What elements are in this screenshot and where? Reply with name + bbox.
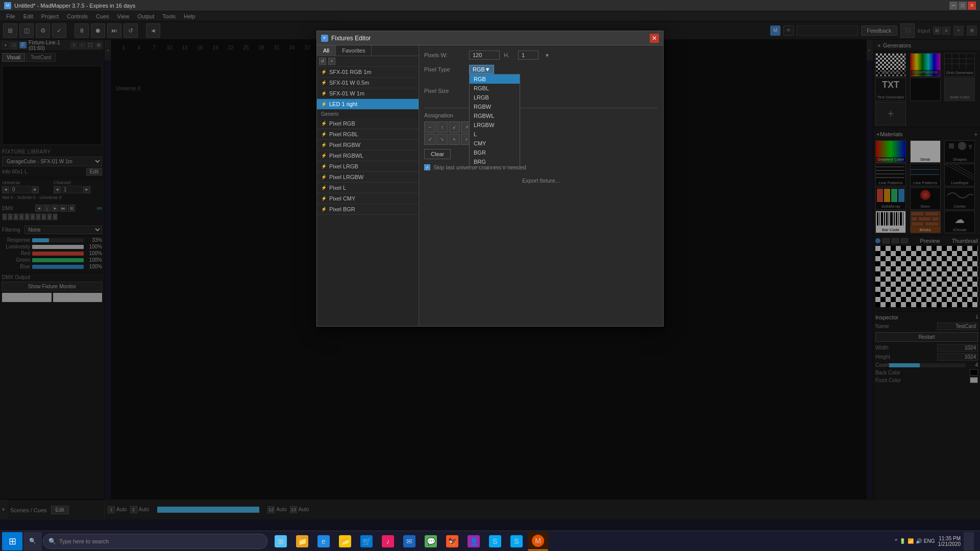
taskbar-app-user1[interactable]: 👤 — [463, 532, 484, 550]
pixel-option-cmy[interactable]: CMY — [470, 139, 520, 148]
pixel-option-bgr[interactable]: BGR — [470, 148, 520, 157]
systray-speaker: 🔊 — [916, 538, 922, 544]
window-title: Untitled* - MadMapper 3.7.5 - Expires in… — [14, 3, 949, 9]
assign-btn-3[interactable]: ↙ — [449, 121, 460, 133]
pixel-size-row: Pixel Size — [424, 79, 658, 103]
title-bar: M Untitled* - MadMapper 3.7.5 - Expires … — [0, 0, 980, 11]
pixel-type-label: Pixel Type — [424, 66, 465, 72]
systray-lang: ENG — [924, 538, 935, 544]
mail-icon: ✉ — [403, 535, 415, 547]
fixture-item-sfx01w05m[interactable]: ⚡ SFX-01 W 0.5m — [317, 78, 419, 88]
app-icon: M — [4, 2, 11, 9]
edge-icon: e — [317, 535, 330, 547]
date-display: 1/21/2020 — [938, 541, 961, 547]
assign-btn-6[interactable]: ⤡ — [436, 134, 448, 145]
taskbar-app-mail[interactable]: ✉ — [399, 532, 420, 550]
systray-arrow[interactable]: ^ — [895, 538, 897, 544]
maximize-button[interactable]: □ — [959, 2, 967, 10]
bird-icon: 🦅 — [446, 535, 458, 547]
assign-btn-7[interactable]: ↖ — [449, 134, 460, 145]
pixel-type-dropdown-button[interactable]: RGB ▼ — [469, 65, 494, 74]
systray-wifi: 📶 — [908, 538, 914, 544]
pixel-option-lrgb[interactable]: LRGB — [470, 93, 520, 102]
taskbar-search-icon-btn[interactable]: 🔍 — [23, 532, 42, 550]
taskbar-app-view[interactable]: ⊞ — [271, 532, 291, 550]
fixture-item-pixelcmy[interactable]: ⚡ Pixel CMY — [317, 193, 419, 204]
title-controls: ─ □ ✕ — [949, 2, 976, 10]
fixture-item-pixelrgbl[interactable]: ⚡ Pixel RGBL — [317, 129, 419, 140]
taskbar-app-skype1[interactable]: S — [485, 532, 505, 550]
time-display: 11:35 PM — [938, 536, 961, 541]
fixture-item-pixellrgb[interactable]: ⚡ Pixel LRGB — [317, 161, 419, 172]
pixel-icon-6: ⚡ — [321, 174, 327, 180]
search-icon: 🔍 — [48, 538, 56, 545]
fixture-refresh-button[interactable]: ↺ — [319, 58, 326, 65]
pixel-option-rgbl[interactable]: RGBL — [470, 84, 520, 93]
taskbar-app-folder[interactable]: 📁 — [292, 532, 312, 550]
fixture-tabs: All Favorites — [317, 45, 419, 56]
taskbar-app-chat[interactable]: 💬 — [421, 532, 441, 550]
task-view-icon: ⊞ — [275, 535, 287, 547]
fixture-item-pixellrgbw[interactable]: ⚡ Pixel LRGBW — [317, 172, 419, 183]
pixel-option-rgb[interactable]: RGB — [470, 74, 520, 84]
user1-icon: 👤 — [468, 535, 480, 547]
export-fixture-link[interactable]: Export fixture... — [424, 178, 658, 184]
tab-favorites[interactable]: Favorites — [336, 45, 372, 56]
show-desktop-button[interactable] — [964, 532, 974, 550]
fixture-icon-1: ⚡ — [321, 69, 327, 74]
fixture-item-pixelrgb[interactable]: ⚡ Pixel RGB — [317, 118, 419, 129]
fixture-item-pixelrgbwl[interactable]: ⚡ Pixel RGBWL — [317, 151, 419, 161]
skip-checkbox-row: ✓ Skip last universe channels if needed — [424, 164, 658, 170]
pixel-type-row: Pixel Type RGB ▼ RGB RGBL LRGB RGBW — [424, 65, 658, 74]
fixture-item-sfx01rgb1m[interactable]: ⚡ SFX-01 RGB 1m — [317, 67, 419, 78]
modal-close-button[interactable]: ✕ — [650, 34, 659, 43]
h-input[interactable] — [518, 51, 538, 60]
pixel-option-l[interactable]: L — [470, 130, 520, 139]
explorer-icon: 📂 — [339, 535, 351, 547]
pixel-option-lrgbw[interactable]: LRGBW — [470, 120, 520, 130]
modal-overlay: F Fixtures Editor ✕ All Favorites ↺ + ⚡ … — [0, 0, 980, 531]
fixture-list-toolbar: ↺ + — [317, 56, 419, 67]
minimize-button[interactable]: ─ — [949, 2, 958, 10]
fixture-icon-3: ⚡ — [321, 91, 327, 96]
taskbar-app-madmapper[interactable]: M — [528, 532, 548, 550]
systray-battery: 🔋 — [899, 538, 905, 544]
assign-btn-5[interactable]: ⤢ — [424, 134, 435, 145]
pixels-wh-row: Pixels W: H. ▼ — [424, 51, 658, 60]
pixel-option-rgbwl[interactable]: RGBWL — [470, 111, 520, 120]
skip-checkbox[interactable]: ✓ — [424, 164, 430, 170]
assignation-label: Assignation — [424, 112, 658, 118]
taskbar-app-music[interactable]: ♪ — [378, 532, 398, 550]
start-button[interactable]: ⊞ — [2, 532, 22, 550]
taskbar-app-store[interactable]: 🛒 — [356, 532, 377, 550]
pixel-icon-3: ⚡ — [321, 142, 327, 147]
assign-btn-2[interactable]: ↕ — [436, 121, 448, 133]
clock[interactable]: 11:35 PM 1/21/2020 — [938, 536, 961, 547]
fixture-icon-4: ⚡ — [321, 102, 327, 107]
store-icon: 🛒 — [360, 535, 373, 547]
fixture-editor-right: Pixels W: H. ▼ Pixel Type RGB ▼ — [419, 45, 663, 326]
tab-all[interactable]: All — [317, 45, 336, 56]
taskbar-app-skype2[interactable]: S — [506, 532, 527, 550]
systray: ^ 🔋 📶 🔊 ENG — [895, 538, 935, 544]
pixel-option-brg[interactable]: BRG — [470, 157, 520, 166]
fixture-add-button[interactable]: + — [328, 58, 335, 65]
fixture-item-pixelrgbw[interactable]: ⚡ Pixel RGBW — [317, 140, 419, 151]
fixture-item-pixelbgr[interactable]: ⚡ Pixel BGR — [317, 204, 419, 215]
pixel-icon-2: ⚡ — [321, 132, 327, 137]
clear-button[interactable]: Clear — [424, 149, 451, 159]
close-button[interactable]: ✕ — [968, 2, 976, 10]
assign-btn-1[interactable]: ↔ — [424, 121, 435, 133]
pixel-option-rgbw[interactable]: RGBW — [470, 102, 520, 111]
taskbar-app-edge[interactable]: e — [313, 532, 334, 550]
taskbar: ⊞ 🔍 🔍 Type here to search ⊞ 📁 e 📂 🛒 ♪ ✉ … — [0, 531, 980, 551]
pixels-w-input[interactable] — [469, 51, 500, 60]
taskbar-app-explorer[interactable]: 📂 — [335, 532, 355, 550]
taskbar-app-bird[interactable]: 🦅 — [442, 532, 462, 550]
taskbar-search-bar[interactable]: 🔍 Type here to search — [43, 534, 267, 549]
fixture-item-sfx01w1m[interactable]: ⚡ SFX-01 W 1m — [317, 88, 419, 99]
dropdown-arrow: ▼ — [485, 66, 491, 72]
pixel-icon-4: ⚡ — [321, 153, 327, 158]
fixture-item-pixell[interactable]: ⚡ Pixel L — [317, 183, 419, 193]
fixture-item-led1right[interactable]: ⚡ LED 1 right — [317, 99, 419, 110]
